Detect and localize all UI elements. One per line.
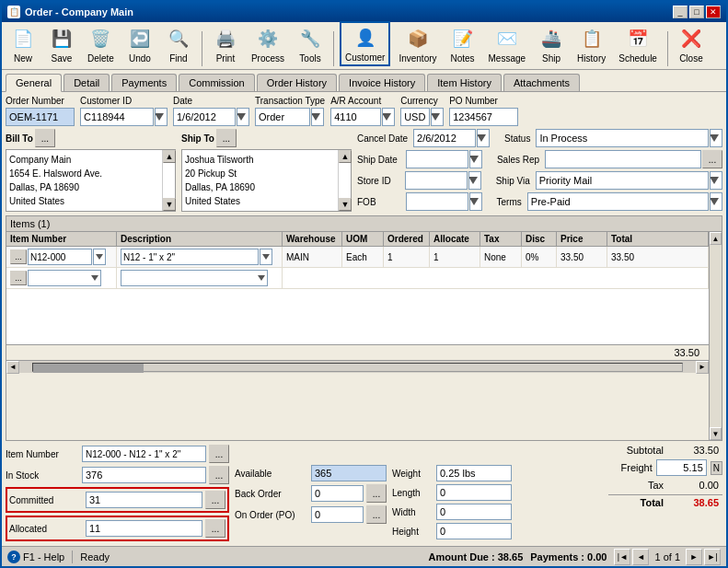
v-scrollbar[interactable]: ▲ ▼: [709, 232, 722, 440]
tab-payments[interactable]: Payments: [111, 74, 177, 91]
description-cell-select[interactable]: [260, 249, 272, 265]
ship-to-scroll-down[interactable]: ▼: [339, 198, 352, 211]
weight-input[interactable]: [436, 465, 512, 481]
tab-order-history[interactable]: Order History: [257, 74, 337, 91]
in-stock-input[interactable]: [82, 467, 206, 483]
minimize-button[interactable]: _: [673, 6, 688, 18]
committed-dots[interactable]: ...: [205, 491, 225, 509]
cell-description[interactable]: [117, 247, 283, 267]
status-input[interactable]: [536, 129, 709, 147]
find-button[interactable]: 🔍 Find: [161, 23, 196, 66]
message-button[interactable]: ✉️ Message: [484, 23, 531, 66]
item-number-dots-2[interactable]: ...: [10, 271, 27, 285]
maximize-button[interactable]: □: [689, 6, 704, 18]
currency-select[interactable]: [431, 108, 444, 126]
allocated-input[interactable]: [86, 520, 202, 537]
tab-commission[interactable]: Commission: [179, 74, 255, 91]
undo-button[interactable]: ↩️ Undo: [122, 23, 157, 66]
cell-description-empty[interactable]: [117, 268, 283, 288]
store-id-select[interactable]: [468, 171, 481, 190]
bill-to-scroll-up[interactable]: ▲: [163, 150, 176, 163]
history-button[interactable]: 📋 History: [572, 23, 610, 66]
store-id-input[interactable]: [405, 171, 468, 190]
in-stock-dots[interactable]: ...: [209, 466, 229, 484]
cell-item-number[interactable]: ...: [6, 247, 117, 267]
tools-button[interactable]: 🔧 Tools: [293, 23, 328, 66]
ship-to-scroll-up[interactable]: ▲: [339, 150, 352, 163]
item-number-empty-select[interactable]: [28, 270, 101, 286]
ship-date-input[interactable]: [406, 150, 468, 168]
description-cell-input[interactable]: [121, 249, 259, 265]
scroll-thumb[interactable]: [33, 364, 144, 373]
ship-via-input[interactable]: [536, 171, 709, 190]
close-window-button[interactable]: ✕: [706, 6, 721, 18]
h-scrollbar[interactable]: ◄ ►: [6, 360, 709, 373]
customer-button[interactable]: 👤 Customer: [340, 21, 390, 66]
cancel-date-input[interactable]: [413, 129, 476, 147]
item-number-dots[interactable]: ...: [10, 249, 27, 264]
date-select[interactable]: [237, 108, 249, 126]
ship-date-select[interactable]: [469, 150, 482, 168]
scroll-up-arrow[interactable]: ▲: [710, 232, 722, 245]
scroll-down-arrow[interactable]: ▼: [710, 427, 722, 440]
freight-input[interactable]: [656, 459, 707, 476]
order-number-input[interactable]: [6, 108, 75, 126]
ship-via-select[interactable]: [710, 171, 722, 190]
on-order-dots[interactable]: ...: [366, 505, 387, 524]
schedule-button[interactable]: 📅 Schedule: [614, 23, 662, 66]
customer-id-select[interactable]: [155, 108, 168, 126]
inventory-button[interactable]: 📦 Inventory: [394, 23, 441, 66]
description-empty-select[interactable]: [121, 270, 268, 286]
status-select[interactable]: [710, 129, 722, 147]
item-number-cell-select[interactable]: [93, 249, 106, 265]
tab-attachments[interactable]: Attachments: [503, 74, 580, 91]
currency-input[interactable]: [400, 108, 430, 126]
date-input[interactable]: [173, 108, 236, 126]
ship-to-button[interactable]: ...: [216, 129, 237, 147]
ship-button[interactable]: 🚢 Ship: [534, 23, 569, 66]
tab-item-history[interactable]: Item History: [427, 74, 502, 91]
transaction-type-input[interactable]: [255, 108, 310, 126]
nav-prev-button[interactable]: ◄: [632, 549, 649, 565]
item-number-cell-input[interactable]: [28, 249, 92, 265]
on-order-input[interactable]: [311, 506, 364, 523]
fob-input[interactable]: [406, 192, 468, 211]
bill-to-button[interactable]: ...: [35, 129, 55, 147]
save-button[interactable]: 💾 Save: [44, 23, 79, 66]
length-input[interactable]: [436, 484, 512, 501]
width-input[interactable]: [436, 504, 512, 520]
notes-button[interactable]: 📝 Notes: [445, 23, 480, 66]
nav-last-button[interactable]: ►|: [704, 549, 721, 565]
cell-item-number-empty[interactable]: ...: [6, 268, 117, 288]
back-order-input[interactable]: [311, 485, 364, 502]
print-button[interactable]: 🖨️ Print: [208, 23, 243, 66]
item-number-detail-input[interactable]: [82, 446, 206, 462]
new-button[interactable]: 📄 New: [6, 23, 40, 66]
scroll-left-arrow[interactable]: ◄: [6, 361, 19, 374]
terms-input[interactable]: [527, 192, 709, 211]
process-button[interactable]: ⚙️ Process: [247, 23, 289, 66]
scroll-right-arrow[interactable]: ►: [696, 361, 709, 374]
committed-input[interactable]: [86, 492, 202, 508]
freight-flag[interactable]: N: [711, 461, 722, 475]
sales-rep-button[interactable]: ...: [702, 150, 722, 168]
transaction-type-select[interactable]: [311, 108, 324, 126]
back-order-dots[interactable]: ...: [366, 484, 387, 503]
bill-to-scroll-down[interactable]: ▼: [163, 198, 176, 211]
item-number-detail-dots[interactable]: ...: [209, 445, 229, 463]
nav-first-button[interactable]: |◄: [614, 549, 630, 565]
ar-account-input[interactable]: [330, 108, 381, 126]
po-number-input[interactable]: [449, 108, 518, 126]
sales-rep-input[interactable]: [545, 150, 701, 168]
tab-invoice-history[interactable]: Invoice History: [339, 74, 425, 91]
tab-general[interactable]: General: [6, 74, 62, 92]
available-input[interactable]: [311, 465, 387, 481]
nav-next-button[interactable]: ►: [686, 549, 702, 565]
cancel-date-select[interactable]: [477, 129, 490, 147]
tab-detail[interactable]: Detail: [64, 74, 110, 91]
fob-select[interactable]: [469, 192, 482, 211]
ar-account-select[interactable]: [382, 108, 395, 126]
customer-id-input[interactable]: [80, 108, 154, 126]
scroll-track[interactable]: [32, 363, 683, 372]
terms-select[interactable]: [710, 192, 722, 211]
